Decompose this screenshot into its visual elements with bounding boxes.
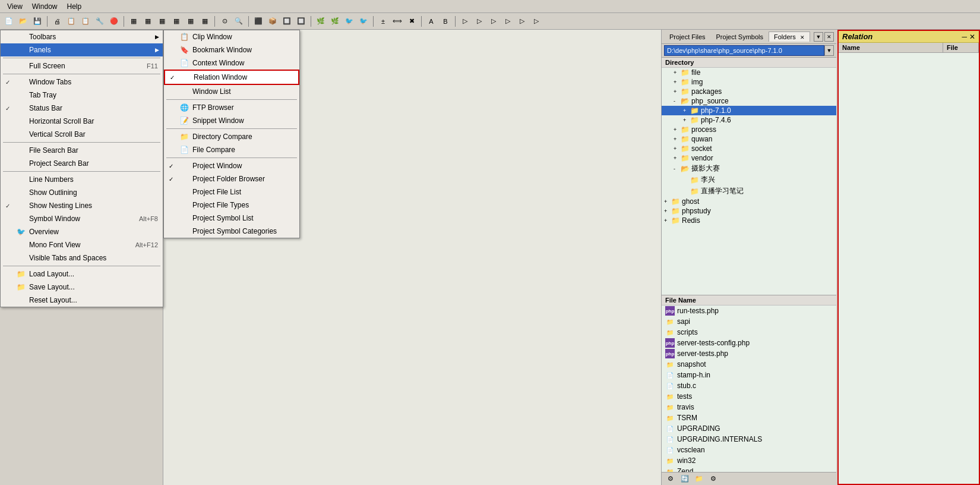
tb-btn10[interactable]: ▦ — [184, 15, 197, 28]
relation-close-btn[interactable]: ✕ — [969, 33, 975, 41]
dd-reset-layout[interactable]: Reset Layout... — [1, 294, 163, 307]
dd-panels[interactable]: Panels — [1, 43, 163, 56]
sub-project-folder-browser[interactable]: ✓ Project Folder Browser — [164, 172, 299, 185]
relation-col-name[interactable]: Name — [839, 43, 943, 52]
tb-btn7[interactable]: ▦ — [141, 15, 154, 28]
tree-item-process[interactable]: + 📁 process — [662, 125, 836, 134]
tb-btn24[interactable]: ✖ — [405, 15, 418, 28]
tree-item-ghost[interactable]: + 📁 ghost — [662, 197, 836, 206]
tb-btn2[interactable]: 📋 — [65, 15, 78, 28]
dd-vert-scroll[interactable]: Vertical Scroll Bar — [1, 128, 163, 141]
sub-project-symbol-list[interactable]: Project Symbol List — [164, 212, 299, 225]
dd-toolbars[interactable]: Toolbars — [1, 30, 163, 43]
file-item-scripts[interactable]: 📁 scripts — [662, 327, 836, 338]
tb-btn3[interactable]: 📋 — [79, 15, 92, 28]
tree-item-packages[interactable]: + 📁 packages — [662, 87, 836, 96]
tb-print[interactable]: 🖨 — [50, 15, 64, 28]
tree-item-php746[interactable]: + 📁 php-7.4.6 — [662, 115, 836, 125]
tb-btn23[interactable]: ⟺ — [391, 15, 404, 28]
file-item-tests[interactable]: 📁 tests — [662, 391, 836, 402]
file-item-win32[interactable]: 📁 win32 — [662, 455, 836, 466]
dd-save-layout[interactable]: 📁 Save Layout... — [1, 281, 163, 294]
sub-dir-compare[interactable]: 📁 Directory Compare — [164, 130, 299, 143]
panel-close-btn[interactable]: ✕ — [824, 32, 834, 42]
tb-btn26[interactable]: B — [439, 15, 452, 28]
menu-help[interactable]: Help — [62, 1, 86, 12]
tree-area[interactable]: + 📁 file + 📁 img + 📁 packages — [662, 68, 836, 295]
dd-project-search-bar[interactable]: Project Search Bar — [1, 157, 163, 170]
sub-project-file-types[interactable]: Project File Types — [164, 199, 299, 212]
dd-file-search-bar[interactable]: File Search Bar — [1, 144, 163, 157]
file-item-stub[interactable]: 📄 stub.c — [662, 380, 836, 391]
tb-btn28[interactable]: ▷ — [473, 15, 486, 28]
menu-view[interactable]: View — [2, 1, 27, 12]
file-tb-btn4[interactable]: ⚙ — [707, 473, 720, 486]
tree-item-vendor[interactable]: + 📁 vendor — [662, 153, 836, 163]
tree-item-phpstudy[interactable]: + 📁 phpstudy — [662, 206, 836, 216]
tab-project-symbols[interactable]: Project Symbols — [711, 32, 769, 42]
tb-btn16[interactable]: 🔲 — [280, 15, 293, 28]
tb-btn17[interactable]: 🔲 — [295, 15, 308, 28]
file-item-snapshot[interactable]: 📁 snapshot — [662, 359, 836, 370]
sub-project-window[interactable]: ✓ Project Window — [164, 159, 299, 172]
tb-btn29[interactable]: ▷ — [487, 15, 500, 28]
tb-btn31[interactable]: ▷ — [516, 15, 529, 28]
dd-show-nesting[interactable]: ✓ Show Nesting Lines — [1, 199, 163, 212]
sub-clip-window[interactable]: 📋 Clip Window — [164, 30, 299, 43]
dd-window-tabs[interactable]: ✓ Window Tabs — [1, 75, 163, 89]
sub-project-symbol-categories[interactable]: Project Symbol Categories — [164, 225, 299, 238]
tb-btn5[interactable]: 🔴 — [108, 15, 121, 28]
relation-min-btn[interactable]: ─ — [962, 33, 967, 41]
tb-btn21[interactable]: 🐦 — [357, 15, 370, 28]
tab-folders[interactable]: Folders ✕ — [769, 32, 810, 42]
file-item-run-tests[interactable]: php run-tests.php — [662, 306, 836, 316]
file-tb-btn2[interactable]: 🔄 — [678, 473, 691, 486]
file-item-stamp[interactable]: 📄 stamp-h.in — [662, 370, 836, 380]
tb-btn30[interactable]: ▷ — [501, 15, 514, 28]
tree-item-socket[interactable]: + 📁 socket — [662, 144, 836, 153]
tab-project-files[interactable]: Project Files — [664, 32, 711, 42]
tb-btn6[interactable]: ▦ — [127, 15, 140, 28]
menu-window[interactable]: Window — [27, 1, 62, 12]
tb-new[interactable]: 📄 — [2, 15, 15, 28]
path-input[interactable] — [664, 45, 824, 56]
file-item-upgrading-internals[interactable]: 📄 UPGRADING.INTERNALS — [662, 434, 836, 445]
tb-btn27[interactable]: ▷ — [459, 15, 472, 28]
tb-btn13[interactable]: 🔍 — [232, 15, 245, 28]
tab-folders-close[interactable]: ✕ — [800, 34, 805, 40]
tb-btn18[interactable]: 🌿 — [314, 15, 327, 28]
file-item-tsrm[interactable]: 📁 TSRM — [662, 412, 836, 423]
dd-mono-font[interactable]: Mono Font View Alt+F12 — [1, 238, 163, 251]
tree-item-redis[interactable]: + 📁 Redis — [662, 216, 836, 225]
sub-bookmark-window[interactable]: 🔖 Bookmark Window — [164, 43, 299, 56]
tb-btn25[interactable]: A — [425, 15, 438, 28]
sub-window-list[interactable]: Window List — [164, 85, 299, 98]
tb-btn19[interactable]: 🌿 — [328, 15, 342, 28]
dd-load-layout[interactable]: 📁 Load Layout... — [1, 267, 163, 281]
tb-btn8[interactable]: ▦ — [156, 15, 169, 28]
file-item-server-tests-config[interactable]: php server-tests-config.php — [662, 338, 836, 348]
tree-item-file[interactable]: + 📁 file — [662, 68, 836, 77]
sub-snippet-window[interactable]: 📝 Snippet Window — [164, 114, 299, 127]
tree-item-img[interactable]: + 📁 img — [662, 77, 836, 87]
tb-btn22[interactable]: ± — [377, 15, 390, 28]
dd-horiz-scroll[interactable]: Horizontal Scroll Bar — [1, 115, 163, 128]
dd-status-bar[interactable]: ✓ Status Bar — [1, 102, 163, 115]
tree-item-php710[interactable]: + 📁 php-7.1.0 — [662, 106, 836, 115]
tb-btn11[interactable]: ▦ — [198, 15, 211, 28]
relation-col-file[interactable]: File — [943, 43, 979, 52]
file-tb-btn1[interactable]: ⚙ — [664, 473, 677, 486]
dd-overview[interactable]: 🐦 Overview — [1, 225, 163, 238]
file-item-sapi[interactable]: 📁 sapi — [662, 316, 836, 327]
tree-item-zhibofan[interactable]: 📁 直播学习笔记 — [662, 185, 836, 197]
dd-symbol-window[interactable]: Symbol Window Alt+F8 — [1, 212, 163, 225]
file-item-travis[interactable]: 📁 travis — [662, 402, 836, 412]
tb-btn32[interactable]: ▷ — [530, 15, 543, 28]
tb-btn15[interactable]: 📦 — [266, 15, 279, 28]
tb-btn4[interactable]: 🔧 — [93, 15, 106, 28]
tb-btn14[interactable]: ⬛ — [252, 15, 265, 28]
tree-item-lixing[interactable]: 📁 李兴 — [662, 174, 836, 185]
dd-visible-tabs[interactable]: Visible Tabs and Spaces — [1, 251, 163, 264]
tb-save[interactable]: 💾 — [31, 15, 44, 28]
dd-line-numbers[interactable]: Line Numbers — [1, 173, 163, 186]
